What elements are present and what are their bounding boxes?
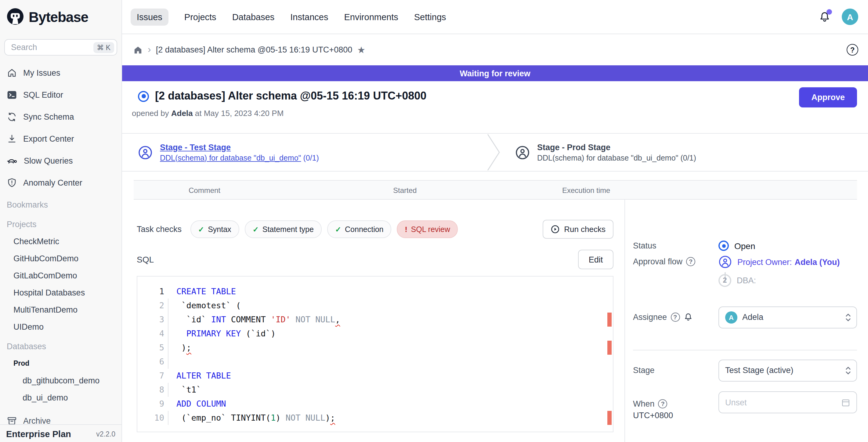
- plan-version: v2.2.0: [96, 431, 115, 438]
- code-line-7: 7ALTER TABLE: [137, 369, 613, 383]
- issue-sidebar-panel: Status Open Approval flow ?: [624, 200, 868, 442]
- tab-settings[interactable]: Settings: [414, 8, 446, 25]
- sidebar-database-db_githubcom_demo[interactable]: db_githubcom_demo: [0, 372, 121, 389]
- assignee-select[interactable]: A Adela: [718, 306, 857, 328]
- sidebar-item-sync-schema[interactable]: Sync Schema: [0, 106, 121, 128]
- sql-editor[interactable]: 1CREATE TABLE2 `demotest` (3 `id` INT CO…: [137, 276, 614, 432]
- check-pills: ✓Syntax✓Statement type✓Connection!SQL re…: [190, 220, 464, 238]
- sidebar-item-label: SQL Editor: [23, 90, 63, 99]
- tab-environments[interactable]: Environments: [344, 8, 398, 25]
- sidebar-section-bookmarks: Bookmarks: [0, 196, 121, 213]
- task-checks-row: Task checks ✓Syntax✓Statement type✓Conne…: [137, 220, 614, 239]
- search-shortcut: ⌘ K: [93, 42, 114, 53]
- line-number: 3: [137, 313, 169, 327]
- when-datetime-input[interactable]: Unset: [718, 391, 857, 413]
- sidebar-project-checkmetric[interactable]: CheckMetric: [0, 232, 121, 250]
- status-banner: Waiting for review: [122, 65, 868, 81]
- chevron-right-icon: ›: [148, 44, 151, 54]
- star-icon[interactable]: ★: [357, 44, 365, 55]
- stage-task-link[interactable]: DDL(schema) for database "db_ui_demo" (0…: [537, 154, 696, 162]
- sidebar-item-label: Sync Schema: [23, 112, 74, 121]
- tab-databases[interactable]: Databases: [232, 8, 275, 25]
- sidebar-project-gitlabcomdemo[interactable]: GitLabComDemo: [0, 267, 121, 284]
- task-checks-label: Task checks: [137, 225, 182, 234]
- main-area: IssuesProjectsDatabasesInstancesEnvironm…: [122, 0, 868, 442]
- check-pill-sql-review[interactable]: !SQL review: [397, 220, 458, 238]
- approval-help-icon[interactable]: ?: [686, 257, 695, 266]
- sidebar: Bytebase Search ⌘ K My IssuesSQL EditorS…: [0, 0, 122, 442]
- home-icon[interactable]: [133, 45, 143, 55]
- sidebar-item-label: Export Center: [23, 134, 74, 143]
- sidebar-project-hospital-databases[interactable]: Hospital Databases: [0, 284, 121, 301]
- stage-card-1[interactable]: Stage - Test StageDDL(schema) for databa…: [122, 134, 487, 171]
- run-icon: [551, 225, 560, 234]
- task-detail: Task checks ✓Syntax✓Statement type✓Conne…: [122, 200, 624, 442]
- pipeline-stages: Stage - Test StageDDL(schema) for databa…: [122, 133, 868, 171]
- sidebar-item-sql-editor[interactable]: SQL Editor: [0, 84, 121, 106]
- line-number: 8: [137, 383, 169, 397]
- download-icon: [7, 133, 17, 144]
- check-pill-statement-type[interactable]: ✓Statement type: [245, 220, 322, 238]
- assignee-help-icon[interactable]: ?: [671, 313, 680, 322]
- tab-instances[interactable]: Instances: [290, 8, 328, 25]
- assignee-bell-icon[interactable]: [683, 313, 692, 322]
- approve-button[interactable]: Approve: [799, 87, 857, 107]
- sidebar-item-slow-queries[interactable]: Slow Queries: [0, 150, 121, 171]
- line-number: 2: [137, 298, 169, 313]
- code-line-9: 9ADD COLUMN: [137, 397, 613, 411]
- stage-card-2[interactable]: Stage - Prod StageDDL(schema) for databa…: [500, 134, 868, 171]
- tab-projects[interactable]: Projects: [184, 8, 216, 25]
- when-help-icon[interactable]: ?: [658, 399, 668, 408]
- approval-step2-number: 2: [718, 274, 731, 287]
- sidebar-item-label: Slow Queries: [24, 156, 73, 165]
- search-input[interactable]: Search ⌘ K: [4, 39, 117, 56]
- when-timezone: UTC+0800: [633, 411, 673, 420]
- task-table-column-execution-time: Execution time: [562, 181, 610, 200]
- stage-person-icon: [515, 145, 530, 160]
- check-icon: ✓: [253, 225, 259, 233]
- shield-icon: [7, 177, 17, 188]
- approval-step1-name[interactable]: Adela (You): [795, 257, 840, 266]
- run-checks-button[interactable]: Run checks: [542, 220, 614, 239]
- stage-task-link[interactable]: DDL(schema) for database "db_ui_demo" (0…: [160, 154, 319, 162]
- breadcrumb: › [2 databases] Alter schema @05-15 16:1…: [122, 34, 868, 65]
- status-open-icon: [718, 241, 729, 251]
- sidebar-nav: My IssuesSQL EditorSync SchemaExport Cen…: [0, 62, 121, 193]
- sidebar-project-githubcomdemo[interactable]: GitHubComDemo: [0, 250, 121, 267]
- stage-select[interactable]: Test Stage (active): [718, 359, 857, 381]
- turtle-icon: [7, 155, 18, 166]
- sidebar-section-databases: Databases: [0, 338, 121, 355]
- tab-issues[interactable]: Issues: [131, 8, 168, 25]
- stage-title[interactable]: Stage - Prod Stage: [537, 143, 696, 152]
- calendar-icon: [841, 398, 850, 407]
- when-label: When: [633, 399, 655, 408]
- stage-select-row: Stage Test Stage (active): [633, 366, 857, 375]
- sidebar-item-anomaly-center[interactable]: Anomaly Center: [0, 171, 121, 193]
- code-line-1: 1CREATE TABLE: [137, 284, 613, 298]
- sidebar-item-my-issues[interactable]: My Issues: [0, 62, 121, 84]
- topbar: IssuesProjectsDatabasesInstancesEnvironm…: [122, 0, 868, 34]
- sidebar-database-db_ui_demo[interactable]: db_ui_demo: [0, 389, 121, 406]
- task-table-header: CommentStartedExecution time: [134, 180, 857, 200]
- brand-name: Bytebase: [29, 9, 88, 25]
- breadcrumb-title[interactable]: [2 databases] Alter schema @05-15 16:19 …: [156, 45, 352, 54]
- stage-title[interactable]: Stage - Test Stage: [160, 143, 319, 152]
- check-pill-connection[interactable]: ✓Connection: [327, 220, 392, 238]
- brand-logo[interactable]: Bytebase: [0, 0, 121, 34]
- assignee-row: Assignee ? A Adela: [633, 313, 857, 322]
- bytebase-mascot-icon: [5, 7, 25, 27]
- sidebar-projects-list: CheckMetricGitHubComDemoGitLabComDemoHos…: [0, 232, 121, 335]
- user-avatar[interactable]: A: [842, 8, 858, 25]
- check-icon: ✓: [198, 225, 204, 233]
- notifications-button[interactable]: [818, 11, 831, 23]
- search-placeholder: Search: [11, 43, 93, 52]
- edit-sql-button[interactable]: Edit: [578, 250, 614, 269]
- sidebar-item-export-center[interactable]: Export Center: [0, 128, 121, 150]
- code-line-10: 10 (`emp_no` TINYINT(1) NOT NULL);: [137, 411, 613, 425]
- check-pill-syntax[interactable]: ✓Syntax: [190, 220, 239, 238]
- overview-ruler-error-mark: [607, 341, 612, 355]
- sidebar-project-multitenantdemo[interactable]: MultiTenantDemo: [0, 301, 121, 318]
- help-button[interactable]: ?: [847, 44, 858, 56]
- stage-person-icon: [138, 145, 153, 160]
- sidebar-project-uidemo[interactable]: UIDemo: [0, 318, 121, 335]
